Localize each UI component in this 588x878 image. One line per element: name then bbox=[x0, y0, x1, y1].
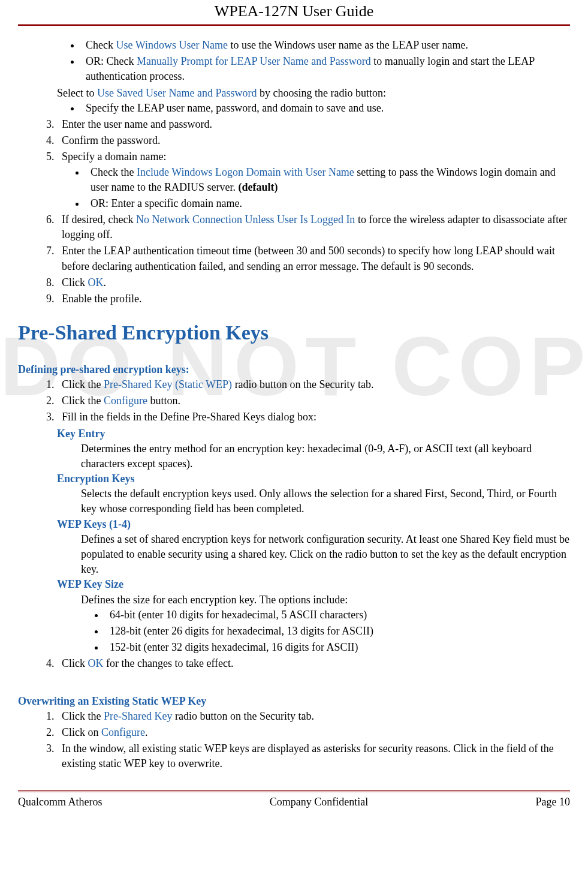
ui-reference: Use Windows User Name bbox=[116, 39, 227, 51]
text: Click the bbox=[62, 710, 104, 722]
text: Defines the size for each encryption key… bbox=[81, 594, 348, 606]
list-item: 152-bit (enter 32 digits hexadecimal, 16… bbox=[105, 640, 570, 655]
list-item: Check Use Windows User Name to use the W… bbox=[81, 38, 570, 53]
list-item: Enable the profile. bbox=[57, 291, 570, 306]
text: to use the Windows user name as the LEAP… bbox=[228, 39, 468, 51]
text: Click bbox=[62, 657, 88, 669]
list-item: Click the Pre-Shared Key (Static WEP) ra… bbox=[57, 377, 570, 392]
definition-term: Encryption Keys bbox=[57, 471, 570, 486]
document-body: Check Use Windows User Name to use the W… bbox=[18, 26, 570, 790]
list-item: If desired, check No Network Connection … bbox=[57, 212, 570, 242]
list-item: Enter the user name and password. bbox=[57, 117, 570, 132]
text: . bbox=[145, 726, 148, 738]
list-item: OR: Enter a specific domain name. bbox=[86, 196, 570, 211]
sub-heading: Overwriting an Existing Static WEP Key bbox=[18, 694, 570, 709]
ui-reference: Pre-Shared Key bbox=[104, 710, 172, 722]
list-item: Click OK. bbox=[57, 275, 570, 290]
definition-text: Defines the size for each encryption key… bbox=[81, 593, 570, 656]
text: OR: Check bbox=[86, 55, 137, 67]
footer-right: Page 10 bbox=[536, 796, 571, 808]
text: radio button on the Security tab. bbox=[232, 378, 373, 390]
list-item: 64-bit (enter 10 digits for hexadecimal,… bbox=[105, 608, 570, 623]
ui-reference: No Network Connection Unless User Is Log… bbox=[136, 214, 355, 225]
footer-center: Company Confidential bbox=[270, 796, 368, 808]
ui-reference: OK bbox=[88, 276, 104, 288]
ui-reference: Configure bbox=[101, 726, 145, 738]
definition-text: Selects the default encryption keys used… bbox=[81, 486, 570, 516]
list-item: Specify a domain name: Check the Include… bbox=[57, 149, 570, 211]
list-item: Click on Configure. bbox=[57, 725, 570, 740]
ui-reference: Use Saved User Name and Password bbox=[97, 87, 257, 99]
definition-term: WEP Keys (1-4) bbox=[57, 517, 570, 532]
page-footer: Qualcomm Atheros Company Confidential Pa… bbox=[18, 790, 570, 814]
list-item: 128-bit (enter 26 digits for hexadecimal… bbox=[105, 624, 570, 639]
list-item: Click the Configure button. bbox=[57, 393, 570, 408]
text: button. bbox=[147, 395, 180, 407]
list-item: In the window, all existing static WEP k… bbox=[57, 741, 570, 771]
definition-term: Key Entry bbox=[57, 426, 570, 441]
text: for the changes to take effect. bbox=[104, 657, 234, 669]
text: Check the bbox=[91, 166, 137, 178]
list-item: Click OK for the changes to take effect. bbox=[57, 656, 570, 671]
ui-reference: OK bbox=[88, 657, 104, 669]
ui-reference: Include Windows Logon Domain with User N… bbox=[137, 166, 354, 178]
default-marker: (default) bbox=[238, 181, 278, 193]
document-title: WPEA-127N User Guide bbox=[215, 2, 374, 20]
text: Click the bbox=[62, 395, 104, 407]
list-item: Confirm the password. bbox=[57, 133, 570, 148]
text: If desired, check bbox=[62, 214, 136, 225]
ui-reference: Manually Prompt for LEAP User Name and P… bbox=[137, 55, 371, 67]
paragraph: Select to Use Saved User Name and Passwo… bbox=[57, 86, 570, 101]
text: . bbox=[104, 276, 107, 288]
text: Select to bbox=[57, 87, 97, 99]
ui-reference: Configure bbox=[104, 395, 147, 407]
list-item: Click the Pre-Shared Key radio button on… bbox=[57, 709, 570, 724]
list-item: Fill in the fields in the Define Pre-Sha… bbox=[57, 410, 570, 425]
definition-text: Determines the entry method for an encry… bbox=[81, 441, 570, 471]
definition-text: Defines a set of shared encryption keys … bbox=[81, 532, 570, 578]
sub-heading: Defining pre-shared encryption keys: bbox=[18, 362, 570, 377]
text: Specify a domain name: bbox=[62, 151, 166, 163]
text: Click bbox=[62, 276, 88, 288]
text: Click on bbox=[62, 726, 101, 738]
section-heading: Pre-Shared Encryption Keys bbox=[18, 318, 570, 347]
footer-left: Qualcomm Atheros bbox=[18, 796, 102, 808]
page-header: WPEA-127N User Guide bbox=[18, 0, 570, 26]
definition-term: WEP Key Size bbox=[57, 577, 570, 592]
text: Check bbox=[86, 39, 116, 51]
list-item: Enter the LEAP authentication timeout ti… bbox=[57, 243, 570, 273]
list-item: Specify the LEAP user name, password, an… bbox=[81, 101, 570, 116]
text: Click the bbox=[62, 378, 104, 390]
text: by choosing the radio button: bbox=[257, 87, 385, 99]
list-item: OR: Check Manually Prompt for LEAP User … bbox=[81, 54, 570, 84]
list-item: Check the Include Windows Logon Domain w… bbox=[86, 165, 570, 195]
ui-reference: Pre-Shared Key (Static WEP) bbox=[104, 378, 232, 390]
text: radio button on the Security tab. bbox=[172, 710, 313, 722]
